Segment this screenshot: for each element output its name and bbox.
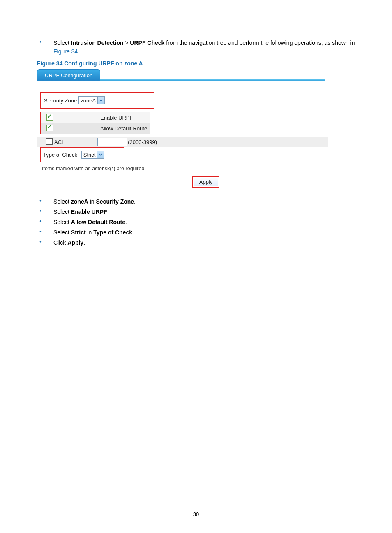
allow-default-route-label: Allow Default Route (100, 125, 147, 132)
row-allow-default-route: Allow Default Route (41, 123, 150, 134)
allow-default-route-checkbox[interactable] (46, 125, 53, 131)
tab-bar: URPF Configuration (37, 69, 325, 81)
bold: Allow Default Route (71, 219, 125, 225)
security-zone-select[interactable]: zoneA (78, 96, 105, 104)
tab-urpf-configuration[interactable]: URPF Configuration (37, 69, 100, 81)
bold: Security Zone (96, 198, 134, 205)
acl-checkbox[interactable] (46, 138, 53, 145)
highlight-apply: Apply (192, 176, 219, 188)
page-number: 30 (0, 511, 392, 517)
text: Select (53, 198, 71, 205)
text: from the navigation tree and perform the… (164, 39, 355, 46)
bold: Enable URPF (71, 209, 107, 215)
figure-ref-link[interactable]: Figure 34 (53, 48, 78, 55)
figure-caption: Figure 34 Configuring URPF on zone A (37, 60, 355, 67)
text: Select (53, 219, 71, 225)
tab-bar-rest (100, 79, 325, 81)
bold: zoneA (71, 198, 88, 205)
text: Select (53, 39, 71, 46)
text: Select (53, 209, 71, 215)
row-type-of-check: Type of Check: Strict (43, 149, 121, 160)
type-of-check-select[interactable]: Strict (81, 151, 105, 159)
row-enable-urpf: Enable URPF (41, 112, 150, 123)
enable-urpf-label: Enable URPF (100, 115, 133, 121)
step-item: Select Allow Default Route. (37, 218, 355, 227)
text: . (83, 239, 85, 246)
step-item: Select zoneA in Security Zone. (37, 197, 355, 206)
text: . (78, 48, 79, 55)
step-item: Click Apply. (37, 239, 355, 247)
text: Click (53, 239, 67, 246)
acl-range: (2000-3999) (128, 139, 157, 145)
steps-list: Select zoneA in Security Zone. Select En… (37, 197, 355, 247)
text: . (134, 198, 136, 205)
highlight-type-of-check: Type of Check: Strict (40, 147, 124, 162)
intro-list: Select Intrusion Detection > URPF Check … (37, 39, 355, 56)
bold: Apply (67, 239, 83, 246)
text: > (123, 39, 130, 46)
text: Select (53, 229, 71, 236)
bold: Strict (71, 229, 86, 236)
text: . (132, 229, 134, 236)
text: . (107, 209, 109, 215)
bold: Type of Check (93, 229, 132, 236)
bold: Intrusion Detection (71, 39, 124, 46)
form-area: Security Zone zoneA Enable URPF Allow (37, 81, 325, 188)
enable-urpf-checkbox[interactable] (46, 114, 53, 121)
chevron-down-icon (97, 151, 104, 158)
row-acl: ACL (2000-3999) (37, 137, 328, 147)
type-of-check-label: Type of Check: (43, 152, 79, 158)
required-note: Items marked with an asterisk(*) are req… (40, 165, 325, 174)
text: in (88, 198, 96, 205)
highlight-enable-allow: Enable URPF Allow Default Route (40, 112, 148, 134)
step-item: Select Strict in Type of Check. (37, 228, 355, 237)
row-security-zone: Security Zone zoneA (44, 95, 151, 106)
urpf-screenshot: URPF Configuration Security Zone zoneA E… (37, 69, 325, 188)
step-item: Select Enable URPF. (37, 208, 355, 216)
apply-button[interactable]: Apply (194, 178, 218, 186)
acl-input[interactable] (97, 138, 127, 146)
chevron-down-icon (97, 97, 104, 104)
type-of-check-value: Strict (83, 152, 97, 158)
intro-item: Select Intrusion Detection > URPF Check … (37, 39, 355, 56)
text: . (125, 219, 127, 225)
security-zone-label: Security Zone (44, 97, 77, 104)
highlight-security-zone: Security Zone zoneA (40, 92, 154, 109)
bold: URPF Check (130, 39, 164, 46)
security-zone-value: zoneA (81, 97, 97, 104)
acl-label: ACL (54, 139, 65, 145)
text: in (86, 229, 94, 236)
